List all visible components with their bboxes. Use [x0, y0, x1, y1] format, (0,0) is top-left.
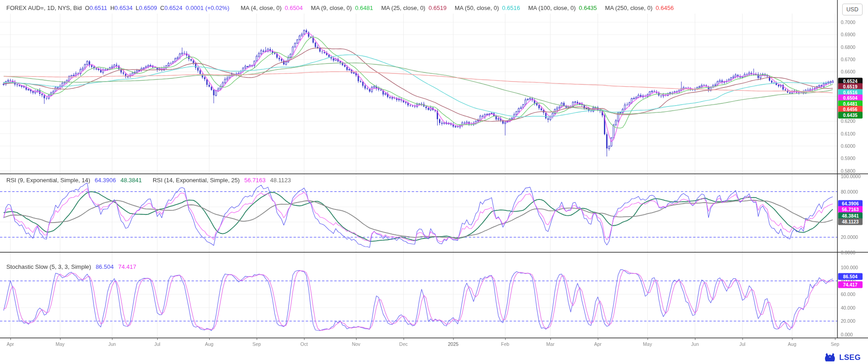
ma-legend-value: 0.6435 [579, 5, 597, 11]
price-tick-label: 0.5800 [841, 168, 855, 174]
month-label: Jul [154, 341, 160, 347]
month-label: May [643, 341, 652, 347]
price-tick-label: 0.6100 [841, 131, 855, 136]
month-label: May [56, 341, 65, 347]
month-label: Jun [108, 341, 116, 347]
rsi-badge: 56.7163 [838, 206, 863, 213]
month-label: Jul [739, 341, 745, 347]
ma-legend-value: 0.6516 [502, 5, 520, 11]
price-badge: 0.6435 [838, 112, 863, 118]
indicator-title-part: RSI (14, Exponential, Simple, 25) [153, 177, 240, 184]
price-tick-label: 0.6700 [841, 57, 855, 62]
ma-legend-item[interactable]: MA (100, close, 0)0.6435 [528, 5, 597, 11]
stoch-tick-label: 40.000 [841, 305, 855, 311]
price-tick-label: 0.6000 [841, 143, 855, 149]
stoch-badge: 86.504 [838, 273, 863, 280]
rsi-badge: 48.1123 [838, 218, 863, 225]
lseg-logo-icon [823, 352, 837, 363]
quote-field-value: 0.6524 [164, 5, 183, 11]
ma-legend-item[interactable]: MA (9, close, 0)0.6481 [311, 5, 373, 11]
stoch-tick-label: 100.000 [841, 265, 858, 270]
ma-legend-label: MA (25, close, 0) [381, 5, 425, 11]
month-label: Nov [352, 341, 361, 347]
stoch-tick-label: 20.000 [841, 318, 855, 324]
price-tick-label: 0.5900 [841, 155, 855, 161]
indicator-title-part: 48.3841 [121, 177, 142, 184]
quote-field-value: 0.6534 [115, 5, 133, 11]
rsi-indicator-title[interactable]: RSI (9, Exponential, Simple, 14)64.39064… [6, 177, 291, 184]
month-label: Aug [788, 341, 796, 347]
month-label: 2025 [448, 341, 458, 347]
quote-field: C0.6524 [160, 5, 183, 11]
quote-field: L0.6509 [136, 5, 157, 11]
indicator-title-part: Stochastic Slow (5, 3, 3, Simple) [6, 263, 91, 270]
quote-field-value: 0.6511 [90, 5, 107, 11]
main-chart-canvas[interactable] [0, 0, 868, 351]
price-tick-label: 0.6900 [841, 32, 855, 37]
rsi-tick-label: 20.0000 [841, 234, 858, 240]
indicator-title-part: 86.504 [96, 263, 114, 270]
month-label: Oct [300, 341, 308, 347]
stoch-tick-label: 0.000 [841, 332, 853, 337]
ma-legend-item[interactable]: MA (25, close, 0)0.6519 [381, 5, 446, 11]
rsi-tick-label: 80.0000 [841, 189, 858, 194]
ma-legend-value: 0.6504 [285, 5, 303, 11]
month-label: Mar [546, 341, 555, 347]
indicator-title-part: 56.7163 [244, 177, 265, 184]
ma-legend-label: MA (4, close, 0) [241, 5, 281, 11]
ma-legend-item[interactable]: MA (50, close, 0)0.6516 [455, 5, 520, 11]
currency-button[interactable]: USD [842, 4, 863, 15]
indicator-title-part: 64.3906 [95, 177, 116, 184]
rsi-tick-label: 100.0000 [841, 174, 861, 179]
price-tick-label: 0.7000 [841, 19, 855, 25]
instrument-label[interactable]: FOREX AUD=, 1D, NYS, Bid [6, 5, 82, 11]
ohlc-header: FOREX AUD=, 1D, NYS, Bid O0.6511H0.6534L… [6, 3, 674, 12]
month-label: Dec [399, 341, 408, 347]
chart-root: FOREX AUD=, 1D, NYS, Bid O0.6511H0.6534L… [0, 0, 868, 364]
stoch-tick-label: 60.000 [841, 291, 855, 297]
month-label: Feb [501, 341, 509, 347]
lseg-logo-text: LSEG [839, 353, 861, 362]
month-label: Apr [594, 341, 601, 347]
lseg-logo: LSEG [823, 352, 861, 363]
quote-field: 0.0001 (+0.02%) [186, 5, 229, 11]
ma-legend-value: 0.6481 [355, 5, 373, 11]
indicator-title-part: 48.1123 [270, 177, 291, 184]
ma-legend-label: MA (50, close, 0) [455, 5, 499, 11]
ma-legend-item[interactable]: MA (4, close, 0)0.6504 [241, 5, 303, 11]
quote-field: O0.6511 [85, 5, 107, 11]
stoch-indicator-title[interactable]: Stochastic Slow (5, 3, 3, Simple)86.5047… [6, 263, 136, 270]
month-label: Jun [691, 341, 699, 347]
price-tick-label: 0.6200 [841, 118, 855, 124]
quote-field-label: O [85, 5, 90, 11]
quote-field-label: L [136, 5, 139, 11]
month-label: Sep [831, 341, 839, 347]
quote-field: H0.6534 [110, 5, 132, 11]
month-label: Aug [205, 341, 213, 347]
ma-legend-label: MA (100, close, 0) [528, 5, 576, 11]
quote-field-label: C [160, 5, 164, 11]
price-tick-label: 0.6600 [841, 69, 855, 74]
month-label: Sep [252, 341, 261, 347]
quote-field-label: H [110, 5, 114, 11]
quote-field-value: 0.6509 [139, 5, 157, 11]
ma-legend-label: MA (9, close, 0) [311, 5, 352, 11]
ma-legend-item[interactable]: MA (250, close, 0)0.6456 [605, 5, 674, 11]
currency-label: USD [846, 6, 858, 13]
price-tick-label: 0.6800 [841, 44, 855, 50]
ma-legend-value: 0.6456 [656, 5, 674, 11]
ma-legend-label: MA (250, close, 0) [605, 5, 653, 11]
quote-field-value: 0.0001 (+0.02%) [186, 5, 229, 11]
ma-legend-value: 0.6519 [429, 5, 447, 11]
indicator-title-part: RSI (9, Exponential, Simple, 14) [6, 177, 90, 184]
stoch-badge: 74.417 [838, 281, 863, 288]
rsi-tick-label: 0.0000 [841, 250, 855, 255]
indicator-title-part: 74.417 [118, 263, 136, 270]
month-label: Apr [7, 341, 14, 347]
